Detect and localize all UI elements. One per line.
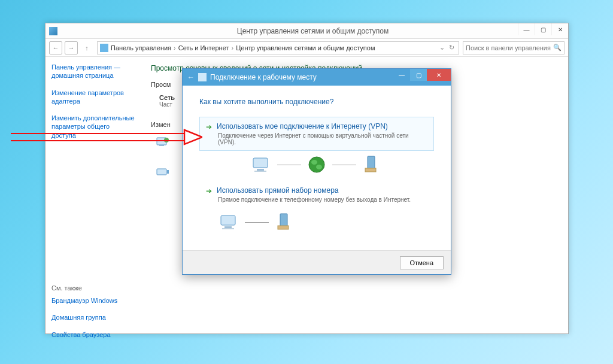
breadcrumb-dropdown[interactable]: ⌄ — [437, 44, 447, 51]
breadcrumb-item[interactable]: Сеть и Интернет — [178, 44, 229, 51]
arrow-right-icon: ➔ — [206, 187, 212, 195]
wizard-option-vpn[interactable]: ➔ Использовать мое подключение к Интерне… — [199, 117, 434, 151]
wizard-controls: — ▢ ✕ — [393, 69, 451, 81]
wizard-titlebar: ← Подключение к рабочему месту — ▢ ✕ — [183, 69, 451, 86]
window-title: Центр управления сетями и общим доступом — [61, 27, 565, 35]
breadcrumb-icon — [100, 44, 108, 52]
svg-rect-4 — [167, 170, 169, 174]
svg-rect-3 — [157, 169, 166, 175]
svg-rect-15 — [224, 226, 232, 228]
window-controls: — ▢ ✕ — [518, 23, 568, 35]
svg-point-10 — [316, 165, 322, 169]
wizard-question: Как вы хотите выполнить подключение? — [199, 98, 434, 106]
chevron-right-icon: › — [174, 44, 176, 51]
globe-icon — [305, 154, 329, 175]
svg-rect-16 — [222, 228, 234, 229]
minimize-button[interactable]: — — [518, 23, 535, 35]
svg-point-9 — [311, 160, 317, 165]
wizard-maximize-button[interactable]: ▢ — [410, 69, 427, 81]
svg-rect-14 — [221, 216, 235, 225]
option-title: Использовать мое подключение к Интернету… — [217, 122, 388, 131]
sidebar-link-sharing[interactable]: Изменить дополнительные параметры общего… — [51, 114, 135, 139]
server-icon — [360, 154, 384, 175]
sidebar-link-homegroup[interactable]: Домашняя группа — [51, 313, 135, 321]
sidebar-footer-label: См. также — [51, 284, 135, 292]
svg-rect-18 — [278, 226, 289, 229]
search-input[interactable] — [466, 44, 552, 51]
search-icon: 🔍 — [553, 44, 562, 51]
dialup-diagram — [217, 212, 434, 232]
computer-icon — [250, 154, 274, 175]
sidebar-link-browser[interactable]: Свойства браузера — [51, 330, 135, 339]
connector-line — [332, 165, 356, 165]
wizard-close-button[interactable]: ✕ — [427, 69, 451, 81]
forward-button[interactable]: → — [65, 41, 78, 54]
breadcrumb-item[interactable]: Центр управления сетями и общим доступом — [236, 44, 375, 51]
wizard-option-dialup[interactable]: ➔ Использовать прямой набор номера Прямо… — [199, 181, 434, 208]
back-button[interactable]: ← — [49, 41, 62, 54]
breadcrumb[interactable]: Панель управления › Сеть и Интернет › Це… — [97, 41, 459, 54]
back-arrow-icon[interactable]: ← — [187, 73, 195, 81]
svg-rect-13 — [365, 168, 376, 172]
connector-line — [245, 222, 269, 223]
close-button[interactable]: ✕ — [551, 23, 568, 35]
chevron-right-icon: › — [231, 44, 233, 51]
wizard-title: Подключение к рабочему месту — [210, 73, 317, 81]
svg-rect-5 — [253, 158, 268, 168]
svg-point-2 — [164, 138, 169, 142]
breadcrumb-item[interactable]: Панель управления — [111, 44, 171, 51]
cancel-button[interactable]: Отмена — [400, 256, 444, 269]
refresh-icon[interactable]: ↻ — [447, 44, 456, 51]
svg-rect-1 — [159, 145, 164, 146]
search-box[interactable]: 🔍 — [463, 41, 565, 54]
svg-rect-6 — [257, 169, 264, 171]
troubleshoot-icon[interactable] — [156, 166, 170, 178]
server-icon — [272, 212, 296, 232]
vpn-diagram — [199, 154, 434, 175]
wizard-minimize-button[interactable]: — — [393, 69, 410, 81]
navigation-bar: ← → ↑ Панель управления › Сеть и Интерне… — [45, 39, 568, 57]
connector-line — [277, 165, 301, 165]
network-setup-icon[interactable] — [156, 136, 170, 148]
option-desc: Прямое подключение к телефонному номеру … — [218, 196, 427, 203]
option-desc: Подключение через Интернет с помощью вир… — [218, 132, 427, 145]
wizard-footer: Отмена — [183, 250, 451, 274]
maximize-button[interactable]: ▢ — [535, 23, 551, 35]
option-title: Использовать прямой набор номера — [217, 186, 338, 195]
connection-wizard-dialog: ← Подключение к рабочему месту — ▢ ✕ Как… — [182, 68, 451, 275]
sidebar-link-firewall[interactable]: Брандмауэр Windows — [51, 296, 135, 305]
wizard-body: Как вы хотите выполнить подключение? ➔ И… — [183, 86, 451, 244]
wizard-icon — [198, 73, 207, 81]
sidebar-link-adapter[interactable]: Изменение параметров адаптера — [51, 89, 135, 106]
window-icon — [49, 27, 57, 35]
titlebar: Центр управления сетями и общим доступом… — [45, 23, 568, 39]
computer-icon — [217, 212, 241, 232]
svg-rect-7 — [254, 171, 266, 172]
sidebar-link-home[interactable]: Панель управления — домашняя страница — [51, 63, 135, 80]
sidebar: Панель управления — домашняя страница Из… — [45, 57, 141, 333]
arrow-right-icon: ➔ — [206, 123, 212, 131]
up-button[interactable]: ↑ — [80, 41, 93, 54]
